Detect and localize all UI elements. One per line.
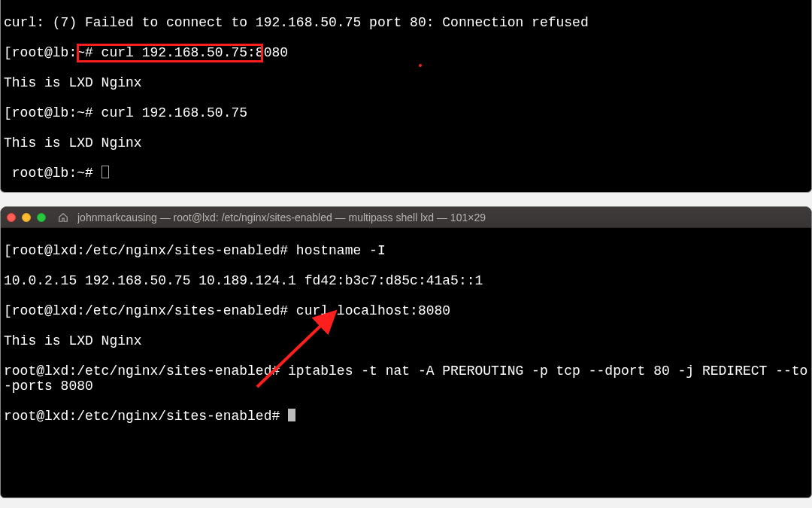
term-line: This is LXD Nginx [4,333,808,348]
top-terminal-window[interactable]: curl: (7) Failed to connect to 192.168.5… [0,0,812,193]
term-line: 10.0.2.15 192.168.50.75 10.189.124.1 fd4… [4,273,808,288]
cursor-icon [288,409,295,421]
close-icon[interactable] [7,213,16,222]
prompt-text: root@lxd:/etc/nginx/sites-enabled# [4,409,288,424]
term-line: [root@lxd:/etc/nginx/sites-enabled# curl… [4,303,808,318]
prompt-text: root@lb:~# [4,166,102,181]
term-line: [root@lxd:/etc/nginx/sites-enabled# host… [4,243,808,258]
term-line: [root@lb:~# curl 192.168.50.75 [4,105,808,120]
home-icon [58,212,68,223]
term-line: root@lxd:/etc/nginx/sites-enabled# iptab… [4,364,808,394]
term-line: This is LXD Nginx [4,75,808,90]
minimize-icon[interactable] [22,213,31,222]
term-prompt[interactable]: root@lxd:/etc/nginx/sites-enabled# [4,409,808,424]
window-title: johnmarkcausing — root@lxd: /etc/nginx/s… [77,211,486,224]
term-line: [root@lb:~# curl 192.168.50.75:8080 [4,45,808,60]
traffic-lights [7,213,46,222]
zoom-icon[interactable] [37,213,46,222]
term-prompt[interactable]: root@lb:~# [4,166,808,181]
cursor-icon [102,166,109,178]
term-line: curl: (7) Failed to connect to 192.168.5… [4,15,808,30]
titlebar[interactable]: johnmarkcausing — root@lxd: /etc/nginx/s… [1,207,811,228]
bottom-terminal-body[interactable]: [root@lxd:/etc/nginx/sites-enabled# host… [1,228,811,455]
annotation-dot [419,64,422,67]
term-line: This is LXD Nginx [4,135,808,151]
top-terminal-body[interactable]: curl: (7) Failed to connect to 192.168.5… [1,0,811,212]
bottom-terminal-window[interactable]: johnmarkcausing — root@lxd: /etc/nginx/s… [0,206,812,498]
